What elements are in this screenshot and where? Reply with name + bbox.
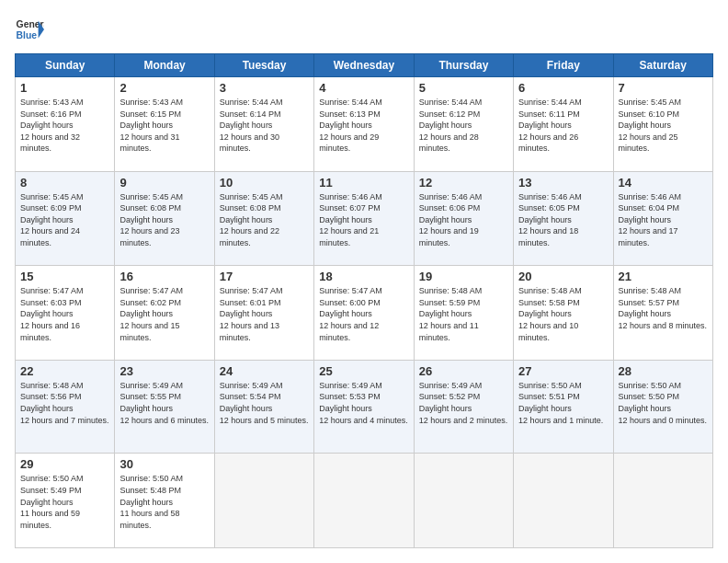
day-number: 4 xyxy=(319,81,408,95)
table-row: 14 Sunrise: 5:46 AMSunset: 6:04 PMDaylig… xyxy=(613,171,712,266)
table-row: 8 Sunrise: 5:45 AMSunset: 6:09 PMDayligh… xyxy=(16,171,115,266)
col-saturday: Saturday xyxy=(613,54,712,77)
day-number: 21 xyxy=(619,270,708,283)
table-row xyxy=(514,454,613,548)
table-row: 15 Sunrise: 5:47 AMSunset: 6:03 PMDaylig… xyxy=(16,266,115,361)
day-number: 22 xyxy=(20,364,109,378)
table-row: 2 Sunrise: 5:43 AMSunset: 6:15 PMDayligh… xyxy=(115,77,214,172)
day-info: Sunrise: 5:45 AMSunset: 6:10 PMDaylight … xyxy=(619,98,682,153)
table-row xyxy=(214,454,313,548)
table-row: 13 Sunrise: 5:46 AMSunset: 6:05 PMDaylig… xyxy=(514,171,613,266)
day-number: 23 xyxy=(119,364,209,378)
table-row: 10 Sunrise: 5:45 AMSunset: 6:08 PMDaylig… xyxy=(214,171,313,266)
day-number: 11 xyxy=(319,176,408,190)
day-number: 25 xyxy=(319,364,408,378)
day-info: Sunrise: 5:44 AMSunset: 6:14 PMDaylight … xyxy=(220,98,283,153)
calendar-week-row: 8 Sunrise: 5:45 AMSunset: 6:09 PMDayligh… xyxy=(16,171,713,266)
table-row: 24 Sunrise: 5:49 AMSunset: 5:54 PMDaylig… xyxy=(214,360,313,454)
day-info: Sunrise: 5:46 AMSunset: 6:04 PMDaylight … xyxy=(619,192,682,247)
day-number: 18 xyxy=(319,270,408,283)
col-sunday: Sunday xyxy=(16,54,115,77)
day-number: 17 xyxy=(220,270,309,283)
day-info: Sunrise: 5:45 AMSunset: 6:09 PMDaylight … xyxy=(20,192,84,247)
table-row: 18 Sunrise: 5:47 AMSunset: 6:00 PMDaylig… xyxy=(314,266,414,361)
table-row: 21 Sunrise: 5:48 AMSunset: 5:57 PMDaylig… xyxy=(613,266,712,361)
table-row xyxy=(613,454,712,548)
day-info: Sunrise: 5:47 AMSunset: 6:03 PMDaylight … xyxy=(20,286,84,341)
day-info: Sunrise: 5:44 AMSunset: 6:11 PMDaylight … xyxy=(518,98,582,153)
table-row: 1 Sunrise: 5:43 AMSunset: 6:16 PMDayligh… xyxy=(16,77,115,172)
table-row: 16 Sunrise: 5:47 AMSunset: 6:02 PMDaylig… xyxy=(115,266,214,361)
day-number: 29 xyxy=(20,457,109,471)
table-row: 27 Sunrise: 5:50 AMSunset: 5:51 PMDaylig… xyxy=(514,360,613,454)
table-row: 29 Sunrise: 5:50 AMSunset: 5:49 PMDaylig… xyxy=(16,454,115,548)
day-number: 24 xyxy=(220,364,309,378)
table-row: 19 Sunrise: 5:48 AMSunset: 5:59 PMDaylig… xyxy=(414,266,513,361)
day-number: 9 xyxy=(119,176,209,190)
calendar-week-row: 29 Sunrise: 5:50 AMSunset: 5:49 PMDaylig… xyxy=(16,454,713,548)
calendar-week-row: 22 Sunrise: 5:48 AMSunset: 5:56 PMDaylig… xyxy=(16,360,713,454)
day-number: 16 xyxy=(119,270,209,283)
table-row xyxy=(314,454,414,548)
calendar-week-row: 1 Sunrise: 5:43 AMSunset: 6:16 PMDayligh… xyxy=(16,77,713,172)
table-row: 7 Sunrise: 5:45 AMSunset: 6:10 PMDayligh… xyxy=(613,77,712,172)
day-info: Sunrise: 5:50 AMSunset: 5:48 PMDaylight … xyxy=(119,474,183,529)
day-info: Sunrise: 5:48 AMSunset: 5:57 PMDaylight … xyxy=(619,286,708,330)
table-row: 22 Sunrise: 5:48 AMSunset: 5:56 PMDaylig… xyxy=(16,360,115,454)
day-number: 15 xyxy=(20,270,109,283)
table-row: 3 Sunrise: 5:44 AMSunset: 6:14 PMDayligh… xyxy=(214,77,313,172)
day-info: Sunrise: 5:45 AMSunset: 6:08 PMDaylight … xyxy=(220,192,283,247)
table-row: 20 Sunrise: 5:48 AMSunset: 5:58 PMDaylig… xyxy=(514,266,613,361)
col-monday: Monday xyxy=(115,54,214,77)
page: General Blue Sunday Monday Tuesday Wedne… xyxy=(0,0,728,563)
day-number: 27 xyxy=(518,364,608,378)
day-info: Sunrise: 5:48 AMSunset: 5:56 PMDaylight … xyxy=(20,381,109,425)
col-wednesday: Wednesday xyxy=(314,54,414,77)
day-number: 10 xyxy=(220,176,309,190)
table-row: 28 Sunrise: 5:50 AMSunset: 5:50 PMDaylig… xyxy=(613,360,712,454)
day-info: Sunrise: 5:49 AMSunset: 5:53 PMDaylight … xyxy=(319,381,408,425)
day-info: Sunrise: 5:46 AMSunset: 6:06 PMDaylight … xyxy=(419,192,483,247)
table-row: 12 Sunrise: 5:46 AMSunset: 6:06 PMDaylig… xyxy=(414,171,513,266)
table-row: 5 Sunrise: 5:44 AMSunset: 6:12 PMDayligh… xyxy=(414,77,513,172)
day-number: 28 xyxy=(619,364,708,378)
logo-icon: General Blue xyxy=(15,15,44,44)
day-number: 7 xyxy=(619,81,708,95)
weekday-header-row: Sunday Monday Tuesday Wednesday Thursday… xyxy=(16,54,713,77)
day-number: 5 xyxy=(419,81,508,95)
table-row: 23 Sunrise: 5:49 AMSunset: 5:55 PMDaylig… xyxy=(115,360,214,454)
day-number: 26 xyxy=(419,364,508,378)
day-number: 3 xyxy=(220,81,309,95)
table-row: 9 Sunrise: 5:45 AMSunset: 6:08 PMDayligh… xyxy=(115,171,214,266)
calendar: Sunday Monday Tuesday Wednesday Thursday… xyxy=(15,53,713,548)
day-number: 14 xyxy=(619,176,708,190)
header: General Blue xyxy=(15,15,713,44)
day-number: 30 xyxy=(119,457,209,471)
day-number: 8 xyxy=(20,176,109,190)
day-info: Sunrise: 5:45 AMSunset: 6:08 PMDaylight … xyxy=(119,192,183,247)
calendar-week-row: 15 Sunrise: 5:47 AMSunset: 6:03 PMDaylig… xyxy=(16,266,713,361)
day-info: Sunrise: 5:47 AMSunset: 6:01 PMDaylight … xyxy=(220,286,283,341)
day-number: 19 xyxy=(419,270,508,283)
table-row: 25 Sunrise: 5:49 AMSunset: 5:53 PMDaylig… xyxy=(314,360,414,454)
day-info: Sunrise: 5:47 AMSunset: 6:02 PMDaylight … xyxy=(119,286,183,341)
day-info: Sunrise: 5:48 AMSunset: 5:58 PMDaylight … xyxy=(518,286,582,341)
day-info: Sunrise: 5:48 AMSunset: 5:59 PMDaylight … xyxy=(419,286,483,341)
logo: General Blue xyxy=(15,15,44,44)
day-info: Sunrise: 5:43 AMSunset: 6:16 PMDaylight … xyxy=(20,98,84,153)
day-info: Sunrise: 5:46 AMSunset: 6:05 PMDaylight … xyxy=(518,192,582,247)
col-tuesday: Tuesday xyxy=(214,54,313,77)
table-row: 6 Sunrise: 5:44 AMSunset: 6:11 PMDayligh… xyxy=(514,77,613,172)
day-info: Sunrise: 5:47 AMSunset: 6:00 PMDaylight … xyxy=(319,286,382,341)
day-number: 1 xyxy=(20,81,109,95)
day-info: Sunrise: 5:49 AMSunset: 5:52 PMDaylight … xyxy=(419,381,508,425)
day-number: 2 xyxy=(119,81,209,95)
day-number: 13 xyxy=(518,176,608,190)
col-thursday: Thursday xyxy=(414,54,513,77)
table-row: 4 Sunrise: 5:44 AMSunset: 6:13 PMDayligh… xyxy=(314,77,414,172)
day-info: Sunrise: 5:46 AMSunset: 6:07 PMDaylight … xyxy=(319,192,382,247)
day-info: Sunrise: 5:44 AMSunset: 6:12 PMDaylight … xyxy=(419,98,483,153)
day-number: 20 xyxy=(518,270,608,283)
day-info: Sunrise: 5:50 AMSunset: 5:51 PMDaylight … xyxy=(518,381,603,425)
day-info: Sunrise: 5:50 AMSunset: 5:49 PMDaylight … xyxy=(20,474,84,529)
